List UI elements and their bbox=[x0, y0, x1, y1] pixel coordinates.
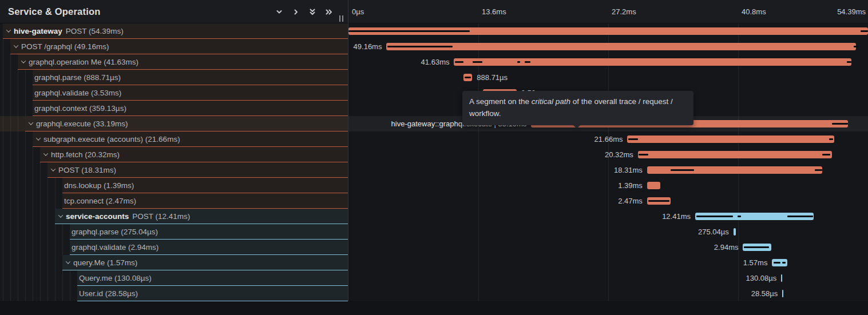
critical-path-segment[interactable] bbox=[847, 61, 851, 63]
collapse-all-icon[interactable] bbox=[308, 8, 316, 16]
critical-path-segment[interactable] bbox=[822, 154, 830, 155]
span-name-row[interactable]: http.fetch (20.32ms) bbox=[0, 147, 348, 162]
span-timeline-row[interactable]: 41.63ms bbox=[348, 54, 868, 70]
expand-all-icon[interactable] bbox=[325, 8, 333, 16]
span-name-row[interactable]: POST /graphql (49.16ms) bbox=[0, 39, 348, 54]
span-name-row[interactable]: graphql.parse (275.04µs) bbox=[0, 224, 348, 240]
critical-path-segment[interactable] bbox=[696, 216, 733, 217]
span-timeline-row[interactable]: 275.04µs bbox=[348, 224, 868, 240]
span-name-cell[interactable]: tcp.connect (2.47ms) bbox=[62, 193, 348, 209]
span-name-row[interactable]: subgraph.execute (accounts) (21.66ms) bbox=[0, 131, 348, 147]
span-name-cell[interactable]: graphql.execute (33.19ms) bbox=[25, 116, 348, 131]
span-name-cell[interactable]: graphql.parse (888.71µs) bbox=[33, 70, 348, 85]
critical-path-segment[interactable] bbox=[348, 30, 470, 32]
span-timeline-row[interactable]: 1.39ms bbox=[348, 178, 868, 193]
critical-path-segment[interactable] bbox=[671, 169, 694, 171]
span-name-row[interactable]: hive-gatewayPOST (54.39ms) bbox=[0, 23, 348, 39]
ruler-tick: 27.2ms bbox=[608, 0, 636, 23]
span-name-cell[interactable]: graphql.operation Me (41.63ms) bbox=[18, 54, 348, 70]
collapse-one-icon[interactable] bbox=[275, 8, 283, 16]
span-timeline-row[interactable]: 130.08µs bbox=[348, 270, 868, 286]
operation-name: User.id (28.58µs) bbox=[79, 289, 138, 298]
critical-path-segment[interactable] bbox=[861, 30, 868, 32]
chevron-down-icon[interactable] bbox=[64, 261, 72, 264]
critical-path-segment[interactable] bbox=[854, 46, 858, 47]
chevron-down-icon[interactable] bbox=[49, 168, 57, 172]
critical-path-segment[interactable] bbox=[517, 61, 520, 63]
span-name-cell[interactable]: User.id (28.58µs) bbox=[77, 286, 348, 301]
span-name-cell[interactable]: service-accountsPOST (12.41ms) bbox=[55, 209, 348, 224]
critical-path-segment[interactable] bbox=[744, 246, 769, 248]
span-name-row[interactable]: query.Me (1.57ms) bbox=[0, 255, 348, 270]
critical-path-segment[interactable] bbox=[525, 61, 530, 63]
span-name-row[interactable]: graphql.execute (33.19ms) bbox=[0, 116, 348, 131]
span-timeline-row[interactable]: 1.57ms bbox=[348, 255, 868, 270]
span-name-row[interactable]: graphql.validate (2.94ms) bbox=[0, 240, 348, 255]
tooltip-text: A segment on the critical path of the ov… bbox=[469, 97, 673, 118]
span-name-cell[interactable]: query.Me (1.57ms) bbox=[62, 255, 348, 270]
span-timeline-row[interactable]: 12.41ms bbox=[348, 209, 868, 224]
span-timeline-row[interactable] bbox=[348, 23, 868, 39]
span-bar[interactable] bbox=[647, 182, 660, 189]
critical-path-segment[interactable] bbox=[774, 262, 780, 264]
span-name-cell[interactable]: graphql.validate (2.94ms) bbox=[70, 240, 348, 255]
critical-path-segment[interactable] bbox=[473, 61, 482, 63]
chevron-down-icon[interactable] bbox=[12, 45, 19, 48]
span-timeline-row[interactable]: 21.66ms bbox=[348, 131, 868, 147]
span-name-cell[interactable]: POST (18.31ms) bbox=[47, 162, 348, 178]
critical-path-segment[interactable] bbox=[782, 262, 786, 264]
span-name-row[interactable]: service-accountsPOST (12.41ms) bbox=[0, 209, 348, 224]
span-timeline-row[interactable]: 28.58µs bbox=[348, 286, 868, 301]
expand-one-icon[interactable] bbox=[292, 8, 300, 16]
chevron-down-icon[interactable] bbox=[57, 214, 64, 218]
critical-path-segment[interactable] bbox=[455, 61, 463, 63]
critical-path-segment[interactable] bbox=[832, 123, 848, 125]
span-name-cell[interactable]: http.fetch (20.32ms) bbox=[40, 147, 348, 162]
panel-resize-handle[interactable] bbox=[339, 15, 343, 22]
span-name-row[interactable]: graphql.context (359.13µs) bbox=[0, 101, 348, 116]
span-timeline-row[interactable]: 2.47ms bbox=[348, 193, 868, 209]
chevron-down-icon[interactable] bbox=[19, 60, 27, 63]
span-bar[interactable] bbox=[454, 58, 851, 66]
span-bar[interactable] bbox=[734, 228, 736, 236]
critical-path-segment[interactable] bbox=[387, 46, 453, 47]
span-name-row[interactable]: graphql.validate (3.53ms) bbox=[0, 85, 348, 101]
span-name-row[interactable]: graphql.parse (888.71µs) bbox=[0, 70, 348, 85]
span-name-row[interactable]: Query.me (130.08µs) bbox=[0, 270, 348, 286]
span-timeline-row[interactable]: 2.94ms bbox=[348, 240, 868, 255]
critical-path-segment[interactable] bbox=[639, 154, 648, 155]
critical-path-segment[interactable] bbox=[829, 138, 834, 140]
span-name-cell[interactable]: POST /graphql (49.16ms) bbox=[10, 39, 348, 54]
critical-path-segment[interactable] bbox=[738, 216, 741, 217]
chevron-down-icon[interactable] bbox=[27, 122, 34, 125]
span-name-cell[interactable]: Query.me (130.08µs) bbox=[77, 270, 348, 286]
critical-path-segment[interactable] bbox=[465, 77, 471, 78]
span-timeline-row[interactable]: 888.71µs bbox=[348, 70, 868, 85]
span-name-cell[interactable]: graphql.context (359.13µs) bbox=[33, 101, 348, 116]
critical-path-segment[interactable] bbox=[628, 138, 639, 140]
chevron-down-icon[interactable] bbox=[34, 137, 42, 141]
span-bar[interactable] bbox=[627, 135, 834, 143]
span-bar[interactable] bbox=[782, 290, 783, 297]
span-name-row[interactable]: dns.lookup (1.39ms) bbox=[0, 178, 348, 193]
critical-path-segment[interactable] bbox=[815, 169, 822, 171]
critical-path-segment[interactable] bbox=[787, 216, 813, 217]
chevron-down-icon[interactable] bbox=[42, 153, 49, 156]
span-bar[interactable] bbox=[638, 151, 832, 158]
span-name-cell[interactable]: graphql.parse (275.04µs) bbox=[70, 224, 348, 240]
span-name-cell[interactable]: subgraph.execute (accounts) (21.66ms) bbox=[33, 131, 348, 147]
span-timeline-row[interactable]: 49.16ms bbox=[348, 39, 868, 54]
span-bar[interactable] bbox=[386, 43, 856, 50]
chevron-down-icon[interactable] bbox=[5, 29, 12, 33]
span-name-row[interactable]: tcp.connect (2.47ms) bbox=[0, 193, 348, 209]
span-bar[interactable] bbox=[781, 274, 782, 282]
span-timeline-row[interactable]: 18.31ms bbox=[348, 162, 868, 178]
span-name-cell[interactable]: graphql.validate (3.53ms) bbox=[33, 85, 348, 101]
span-name-row[interactable]: graphql.operation Me (41.63ms) bbox=[0, 54, 348, 70]
span-name-cell[interactable]: hive-gatewayPOST (54.39ms) bbox=[3, 23, 348, 39]
critical-path-segment[interactable] bbox=[648, 200, 669, 202]
span-name-row[interactable]: POST (18.31ms) bbox=[0, 162, 348, 178]
span-timeline-row[interactable]: 20.32ms bbox=[348, 147, 868, 162]
span-name-row[interactable]: User.id (28.58µs) bbox=[0, 286, 348, 301]
span-name-cell[interactable]: dns.lookup (1.39ms) bbox=[62, 178, 348, 193]
